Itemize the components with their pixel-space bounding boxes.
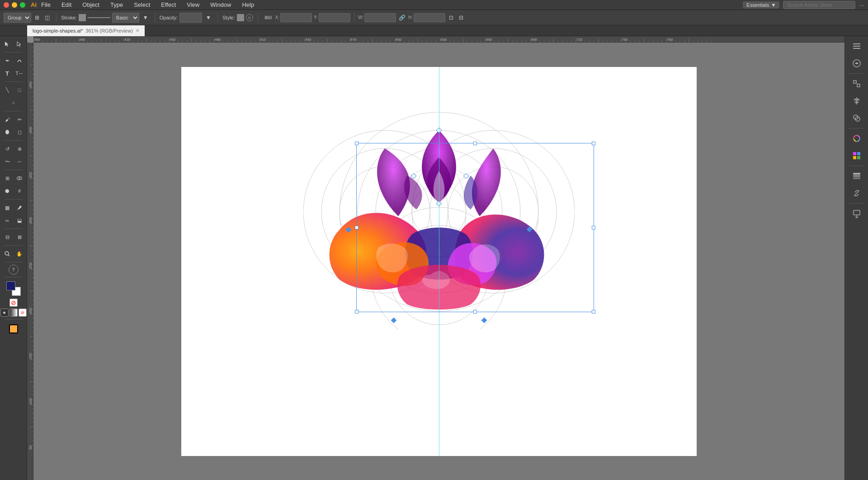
active-tab[interactable]: logo-simple-shapes.ai* 361% (RGB/Preview… xyxy=(27,25,145,36)
rpanel-divider-1 xyxy=(849,73,865,74)
rotate-tool[interactable]: ↺ xyxy=(1,143,13,155)
canvas-viewport[interactable] xyxy=(33,43,844,480)
eyedropper-tool[interactable] xyxy=(14,202,25,214)
svg-rect-6 xyxy=(10,325,17,333)
touch-type-tool[interactable]: T↔ xyxy=(14,67,25,79)
none-swatch[interactable]: ⊘ xyxy=(9,299,18,307)
menu-edit[interactable]: Edit xyxy=(60,0,73,9)
image-paint-tool[interactable] xyxy=(6,322,21,336)
live-paint-tool[interactable]: ⬓ xyxy=(14,214,25,226)
swatches-panel-button[interactable] xyxy=(849,147,865,164)
cc-libraries-button[interactable] xyxy=(849,55,865,71)
transform-panel-button[interactable] xyxy=(849,76,865,92)
close-button[interactable] xyxy=(4,2,9,8)
menu-window[interactable]: Window xyxy=(208,0,233,9)
free-transform-tool[interactable]: ⊞ xyxy=(1,172,13,184)
group-select[interactable]: Group xyxy=(4,13,31,23)
stroke-color-swatch[interactable] xyxy=(79,14,86,21)
tool-divider-2 xyxy=(5,81,23,82)
fill-box-icon[interactable]: ■ xyxy=(0,309,9,317)
curvature-tool[interactable] xyxy=(14,55,25,67)
h-coord: H: 134.37 px xyxy=(408,13,445,22)
artboard-tool[interactable]: ⊟ xyxy=(1,231,13,243)
layers-panel-button[interactable] xyxy=(849,168,865,184)
paintbrush-tool[interactable]: 🖌 xyxy=(1,114,13,125)
slice-tool[interactable]: ⊠ xyxy=(14,231,25,243)
menu-file[interactable]: File xyxy=(39,0,52,9)
menu-effect[interactable]: Effect xyxy=(159,0,178,9)
style-swatch[interactable] xyxy=(237,14,244,21)
maximize-button[interactable] xyxy=(20,2,25,8)
tab-close-button[interactable]: ✕ xyxy=(136,28,139,33)
menu-type[interactable]: Type xyxy=(108,0,125,9)
hand-tool[interactable]: ✋ xyxy=(14,248,25,260)
pen-tool[interactable]: ✒ xyxy=(1,55,13,67)
zoom-tool[interactable] xyxy=(1,248,13,260)
w-input[interactable]: 200.38 px xyxy=(364,13,396,22)
scale-tool[interactable]: ⊕ xyxy=(14,143,25,155)
h-input[interactable]: 134.37 px xyxy=(414,13,445,22)
right-panel xyxy=(844,36,868,480)
stroke-style-select[interactable]: Basic xyxy=(112,13,139,23)
foreground-color-swatch[interactable] xyxy=(6,281,15,290)
tool-divider-8 xyxy=(5,245,23,246)
style-group: Style: ○ xyxy=(222,14,253,21)
x-input[interactable]: 576 px xyxy=(280,13,312,22)
ellipse-tool[interactable]: ○ xyxy=(8,97,19,109)
y-input[interactable]: 364.788 px xyxy=(319,13,350,22)
vertical-ruler xyxy=(27,43,33,480)
properties-panel-button[interactable] xyxy=(849,38,865,54)
handle-tr[interactable] xyxy=(592,142,595,145)
gradient-box-icon[interactable] xyxy=(9,309,18,317)
menu-object[interactable]: Object xyxy=(80,0,101,9)
shape-builder-tool[interactable] xyxy=(14,172,25,184)
menu-view[interactable]: View xyxy=(185,0,201,9)
align-panel-button[interactable] xyxy=(849,93,865,109)
x-coord: X: 576 px xyxy=(275,13,312,22)
draw-mode-button[interactable]: ◫ xyxy=(43,14,52,22)
handle-br[interactable] xyxy=(592,310,595,314)
align-icons[interactable]: ⊞⊟ xyxy=(263,14,274,21)
adobe-stock-search[interactable] xyxy=(783,1,855,9)
color-panel-button[interactable] xyxy=(849,130,865,147)
none-box-icon[interactable]: ⊘ xyxy=(19,309,27,317)
style-circle[interactable]: ○ xyxy=(246,14,253,21)
toolbar: Group ⊞ ◫ Stroke: Basic ▼ Opacity: 100% … xyxy=(0,10,868,25)
essentials-button[interactable]: Essentials ▼ xyxy=(743,1,779,9)
direct-selection-tool[interactable] xyxy=(14,38,25,50)
minimize-button[interactable] xyxy=(12,2,17,8)
gradient-tool[interactable]: ▦ xyxy=(1,202,13,214)
help-tool[interactable]: ? xyxy=(9,265,19,275)
svg-rect-49 xyxy=(853,173,860,175)
selection-tool[interactable] xyxy=(1,38,13,50)
menu-select[interactable]: Select xyxy=(132,0,152,9)
stroke-options-button[interactable]: ▼ xyxy=(141,14,150,22)
line-segment-tool[interactable]: ╲ xyxy=(1,84,13,96)
align-to-icon[interactable]: ⊟ xyxy=(457,14,465,22)
isolate-group-button[interactable]: ⊞ xyxy=(33,14,41,22)
handle-mr[interactable] xyxy=(592,226,595,229)
opacity-arrow[interactable]: ▼ xyxy=(204,14,213,22)
width-tool[interactable]: ↔ xyxy=(14,156,25,167)
link-proportions-icon[interactable]: 🔗 xyxy=(399,14,406,21)
links-panel-button[interactable] xyxy=(849,185,865,201)
more-options-button[interactable]: ··· xyxy=(859,1,864,9)
pencil-tool[interactable]: ✏ xyxy=(14,114,25,125)
perspective-grid-tool[interactable]: ⬢ xyxy=(1,185,13,197)
blob-brush-tool[interactable] xyxy=(1,126,13,138)
opacity-input[interactable]: 100% xyxy=(179,13,202,23)
constrain-icon[interactable]: ⊡ xyxy=(447,14,455,22)
svg-rect-48 xyxy=(853,175,860,177)
blend-tool[interactable]: ∞ xyxy=(1,214,13,226)
type-tool[interactable]: T xyxy=(1,67,13,79)
mesh-tool[interactable]: # xyxy=(14,185,25,197)
warp-tool[interactable]: 〜 xyxy=(1,156,13,167)
pathfinder-panel-button[interactable] xyxy=(849,110,865,126)
svg-line-36 xyxy=(856,83,857,84)
rectangle-tool[interactable]: □ xyxy=(14,84,25,96)
menu-help[interactable]: Help xyxy=(240,0,256,9)
export-panel-button[interactable] xyxy=(849,205,865,222)
essentials-area: Essentials ▼ ··· xyxy=(743,1,864,9)
svg-point-0 xyxy=(5,130,9,134)
eraser-tool[interactable]: ◻ xyxy=(14,126,25,138)
